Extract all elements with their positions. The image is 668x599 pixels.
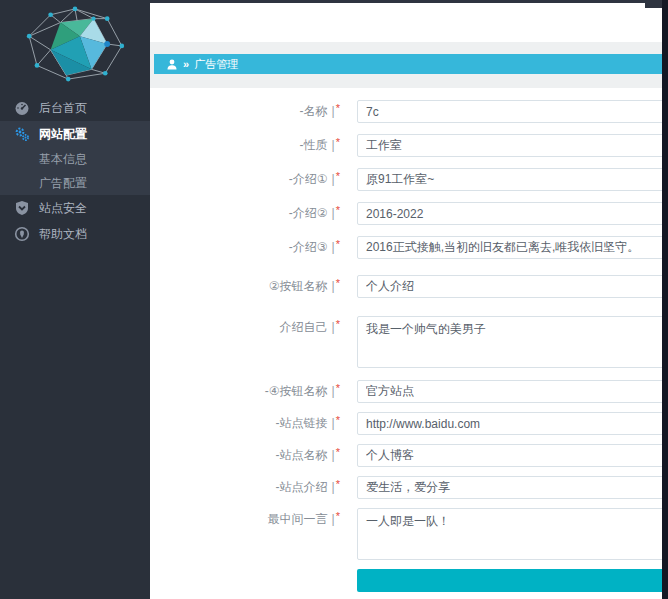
breadcrumb-separator: » bbox=[183, 58, 189, 70]
self-intro-textarea[interactable]: 我是一个帅气的美男子 bbox=[357, 316, 668, 368]
form-panel: -名称|* -性质|* -介绍①|* -介绍②|* -介绍③|* ②按钮名称|* bbox=[150, 88, 668, 599]
required-star: * bbox=[336, 446, 340, 458]
required-star: * bbox=[336, 277, 340, 289]
name-input[interactable] bbox=[357, 100, 668, 123]
top-header-bar bbox=[150, 3, 668, 42]
intro1-input[interactable] bbox=[357, 168, 668, 191]
form-row: 介绍自己|* 我是一个帅气的美男子 bbox=[150, 316, 668, 368]
form-row: -介绍②|* bbox=[150, 202, 668, 225]
intro2-input[interactable] bbox=[357, 202, 668, 225]
sidebar-item-ad-config[interactable]: 广告配置 bbox=[0, 171, 150, 195]
sidebar-item-label: 后台首页 bbox=[39, 100, 87, 117]
submit-row bbox=[150, 569, 668, 592]
form-row: -介绍①|* bbox=[150, 168, 668, 191]
user-icon bbox=[167, 59, 177, 70]
main-content: » 广告管理 -名称|* -性质|* -介绍①|* -介绍②|* -介绍③|* bbox=[150, 0, 668, 599]
field-label: -介绍②|* bbox=[150, 202, 357, 225]
field-label: 最中间一言|* bbox=[150, 508, 357, 560]
required-star: * bbox=[336, 170, 340, 182]
field-label: -介绍③|* bbox=[150, 236, 357, 259]
required-star: * bbox=[336, 238, 340, 250]
sidebar-group-site-config: 网站配置 基本信息 广告配置 bbox=[0, 121, 150, 195]
field-label: ②按钮名称|* bbox=[150, 275, 357, 298]
field-label: 介绍自己|* bbox=[150, 316, 357, 368]
ad-config-form: -名称|* -性质|* -介绍①|* -介绍②|* -介绍③|* ②按钮名称|* bbox=[150, 100, 668, 592]
field-label: -④按钮名称|* bbox=[150, 380, 357, 403]
form-row: -站点链接|* bbox=[150, 412, 668, 435]
sidebar-item-site-config[interactable]: 网站配置 bbox=[0, 121, 150, 147]
submit-row-spacer bbox=[150, 569, 357, 592]
sidebar: 后台首页 网站配置 基本信息 广告配置 bbox=[0, 0, 150, 599]
shield-icon bbox=[14, 200, 30, 216]
submit-button[interactable] bbox=[357, 569, 668, 592]
form-row: -④按钮名称|* bbox=[150, 380, 668, 403]
required-star: * bbox=[336, 136, 340, 148]
required-star: * bbox=[336, 204, 340, 216]
form-row: -站点名称|* bbox=[150, 444, 668, 467]
help-docs-icon bbox=[14, 226, 30, 242]
intro3-input[interactable] bbox=[357, 236, 668, 259]
site-link-input[interactable] bbox=[357, 412, 668, 435]
required-star: * bbox=[336, 318, 340, 330]
gears-icon bbox=[14, 126, 30, 142]
required-star: * bbox=[336, 510, 340, 522]
breadcrumb: » 广告管理 bbox=[154, 54, 668, 74]
site-desc-input[interactable] bbox=[357, 476, 668, 499]
motto-textarea[interactable]: 一人即是一队！ bbox=[357, 508, 668, 560]
corner-decoration bbox=[645, 0, 662, 8]
field-label: -性质|* bbox=[150, 134, 357, 157]
button4-name-input[interactable] bbox=[357, 380, 668, 403]
top-border bbox=[150, 0, 668, 3]
dashboard-icon bbox=[14, 100, 30, 116]
field-label: -名称|* bbox=[150, 100, 357, 123]
nature-input[interactable] bbox=[357, 134, 668, 157]
sidebar-item-basic-info[interactable]: 基本信息 bbox=[0, 147, 150, 171]
required-star: * bbox=[336, 102, 340, 114]
field-label: -站点名称|* bbox=[150, 444, 357, 467]
required-star: * bbox=[336, 414, 340, 426]
button2-name-input[interactable] bbox=[357, 275, 668, 298]
sidebar-item-help-docs[interactable]: 帮助文档 bbox=[0, 221, 150, 247]
sidebar-item-label: 帮助文档 bbox=[39, 226, 87, 243]
sidebar-item-label: 站点安全 bbox=[39, 200, 87, 217]
required-star: * bbox=[336, 478, 340, 490]
sidebar-item-label: 广告配置 bbox=[39, 175, 87, 192]
sidebar-item-label: 基本信息 bbox=[39, 151, 87, 168]
polyhedron-logo-icon bbox=[20, 5, 130, 83]
field-label: -介绍①|* bbox=[150, 168, 357, 191]
sidebar-item-site-security[interactable]: 站点安全 bbox=[0, 195, 150, 221]
sidebar-item-dashboard[interactable]: 后台首页 bbox=[0, 95, 150, 121]
form-row: -介绍③|* bbox=[150, 236, 668, 259]
sidebar-item-label: 网站配置 bbox=[39, 126, 87, 143]
field-label: -站点介绍|* bbox=[150, 476, 357, 499]
sidebar-menu: 后台首页 网站配置 基本信息 广告配置 bbox=[0, 95, 150, 247]
form-row: -名称|* bbox=[150, 100, 668, 123]
site-name-input[interactable] bbox=[357, 444, 668, 467]
form-row: 最中间一言|* 一人即是一队！ bbox=[150, 508, 668, 560]
page-title: 广告管理 bbox=[194, 57, 238, 72]
logo bbox=[0, 0, 150, 88]
right-border bbox=[662, 0, 668, 599]
form-row: -站点介绍|* bbox=[150, 476, 668, 499]
required-star: * bbox=[336, 382, 340, 394]
field-label: -站点链接|* bbox=[150, 412, 357, 435]
form-row: -性质|* bbox=[150, 134, 668, 157]
form-row: ②按钮名称|* bbox=[150, 275, 668, 298]
